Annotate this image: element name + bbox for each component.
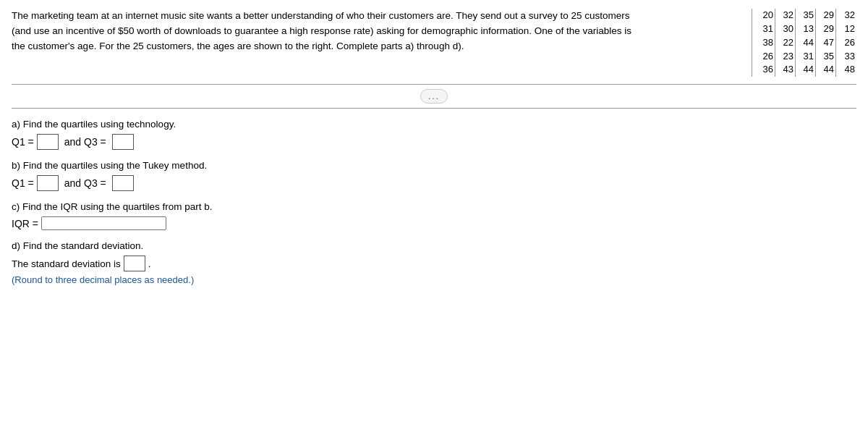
table-cell: 44 bbox=[796, 36, 816, 50]
section-c: c) Find the IQR using the quartiles from… bbox=[12, 201, 856, 230]
table-cell: 29 bbox=[816, 9, 836, 22]
table-row: 3130132912 bbox=[755, 22, 856, 36]
section-c-label: c) Find the IQR using the quartiles from… bbox=[12, 201, 856, 212]
table-cell: 30 bbox=[775, 22, 796, 36]
table-cell: 47 bbox=[816, 36, 836, 50]
table-cell: 26 bbox=[836, 36, 856, 50]
section-d: d) Find the standard deviation. The stan… bbox=[12, 240, 856, 285]
section-a-answer-row: Q1 = and Q3 = bbox=[12, 134, 856, 150]
table-cell: 12 bbox=[836, 22, 856, 36]
table-cell: 31 bbox=[755, 22, 775, 36]
table-row: 2032352932 bbox=[755, 9, 856, 22]
d-std-text: The standard deviation is bbox=[12, 258, 121, 269]
section-b-label: b) Find the quartiles using the Tukey me… bbox=[12, 160, 856, 171]
expand-section: ... bbox=[12, 85, 856, 109]
d-period: . bbox=[148, 258, 151, 269]
table-cell: 38 bbox=[755, 36, 775, 50]
table-cell: 43 bbox=[775, 63, 796, 77]
expand-button[interactable]: ... bbox=[420, 89, 448, 104]
section-a-label: a) Find the quartiles using technology. bbox=[12, 119, 856, 130]
section-b-answer-row: Q1 = and Q3 = bbox=[12, 175, 856, 191]
table-cell: 33 bbox=[836, 50, 856, 64]
problem-text: The marketing team at an internet music … bbox=[12, 9, 749, 54]
table-cell: 13 bbox=[796, 22, 816, 36]
table-cell: 44 bbox=[816, 63, 836, 77]
table-cell: 35 bbox=[816, 50, 836, 64]
data-table: 2032352932313013291238224447262623313533… bbox=[752, 9, 856, 77]
table-cell: 32 bbox=[775, 9, 796, 22]
table-cell: 29 bbox=[816, 22, 836, 36]
table-row: 3822444726 bbox=[755, 36, 856, 50]
table-cell: 35 bbox=[796, 9, 816, 22]
c-iqr-input[interactable] bbox=[41, 216, 166, 230]
table-cell: 26 bbox=[755, 50, 775, 64]
section-b: b) Find the quartiles using the Tukey me… bbox=[12, 160, 856, 191]
c-iqr-prefix: IQR = bbox=[12, 218, 38, 229]
table-cell: 22 bbox=[775, 36, 796, 50]
table-cell: 23 bbox=[775, 50, 796, 64]
a-and-label: and Q3 = bbox=[64, 136, 106, 148]
section-d-label: d) Find the standard deviation. bbox=[12, 240, 856, 251]
section-d-answer-row: The standard deviation is . bbox=[12, 256, 856, 271]
b-and-label: and Q3 = bbox=[64, 177, 106, 189]
b-q1-input[interactable] bbox=[37, 175, 59, 191]
section-c-answer-row: IQR = bbox=[12, 216, 856, 230]
section-a: a) Find the quartiles using technology. … bbox=[12, 119, 856, 150]
table-row: 3643444448 bbox=[755, 63, 856, 77]
a-q1-input[interactable] bbox=[37, 134, 59, 150]
table-cell: 20 bbox=[755, 9, 775, 22]
table-cell: 44 bbox=[796, 63, 816, 77]
b-q3-input[interactable] bbox=[112, 175, 134, 191]
d-std-input[interactable] bbox=[124, 256, 145, 271]
d-round-note: (Round to three decimal places as needed… bbox=[12, 274, 856, 285]
table-cell: 48 bbox=[836, 63, 856, 77]
table-cell: 32 bbox=[836, 9, 856, 22]
table-cell: 36 bbox=[755, 63, 775, 77]
b-q1-prefix: Q1 = bbox=[12, 177, 34, 189]
a-q1-prefix: Q1 = bbox=[12, 136, 34, 148]
table-cell: 31 bbox=[796, 50, 816, 64]
a-q3-input[interactable] bbox=[112, 134, 134, 150]
table-row: 2623313533 bbox=[755, 50, 856, 64]
